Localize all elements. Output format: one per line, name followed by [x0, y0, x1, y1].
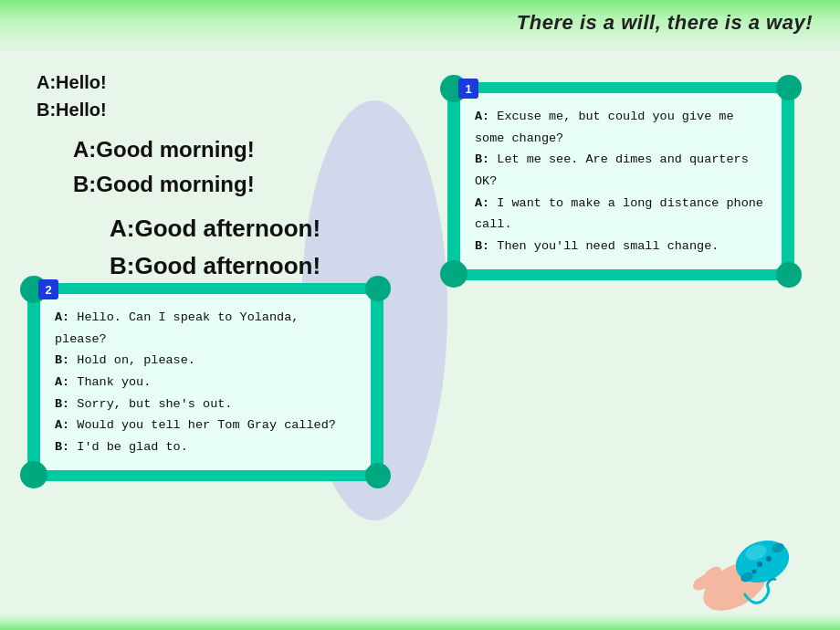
card1-speaker-b2: B: Then you'll need small change. — [475, 239, 719, 253]
page-title: There is a will, there is a way! — [517, 11, 813, 35]
card2-speaker-b3: B: I'd be glad to. — [55, 440, 188, 454]
card-2-badge: 2 — [38, 279, 58, 299]
card2-speaker-a3: A: Would you tell her Tom Gray called? — [55, 418, 336, 432]
card-2-content: A: Hello. Can I speak to Yolanda, please… — [40, 294, 371, 470]
card2-speaker-a1: A: Hello. Can I speak to Yolanda, please… — [55, 310, 299, 346]
card-2-text: A: Hello. Can I speak to Yolanda, please… — [55, 307, 356, 457]
dialogue-card-2: 2 A: Hello. Can I speak to Yolanda, plea… — [27, 283, 383, 481]
card1-speaker-a1: A: Excuse me, but could you give me some… — [475, 110, 734, 145]
card2-speaker-b1: B: Hold on, please. — [55, 353, 195, 367]
greeting-line-3: A:Good morning! — [73, 132, 320, 167]
card2-speaker-a2: A: Thank you. — [55, 375, 151, 389]
bottom-bar — [0, 614, 840, 630]
greeting-line-1: A:Hello! — [37, 68, 320, 96]
svg-point-5 — [757, 562, 762, 567]
dialogue-card-1: 1 A: Excuse me, but could you give me so… — [447, 82, 794, 280]
curl-top-right-1 — [776, 75, 802, 100]
card1-speaker-b1: B: Let me see. Are dimes and quarters OK… — [475, 152, 749, 188]
greeting-line-4: B:Good morning! — [73, 167, 320, 202]
greeting-block: A:Hello! B:Hello! A:Good morning! B:Good… — [37, 68, 320, 286]
card-1-badge: 1 — [458, 79, 478, 99]
greeting-line-5: A:Good afternoon! — [110, 210, 320, 248]
phone-illustration — [685, 520, 803, 612]
card1-speaker-a2: A: I want to make a long distance phone … — [475, 196, 763, 232]
curl-top-right-2 — [365, 276, 391, 301]
svg-point-6 — [766, 556, 772, 562]
greeting-line-6: B:Good afternoon! — [110, 247, 320, 286]
curl-bottom-right-1 — [776, 262, 802, 288]
card-1-text: A: Excuse me, but could you give me some… — [475, 106, 767, 257]
card-1-content: A: Excuse me, but could you give me some… — [460, 93, 782, 269]
svg-point-7 — [752, 570, 757, 574]
greeting-line-2: B:Hello! — [37, 96, 320, 123]
card2-speaker-b2: B: Sorry, but she's out. — [55, 397, 232, 411]
